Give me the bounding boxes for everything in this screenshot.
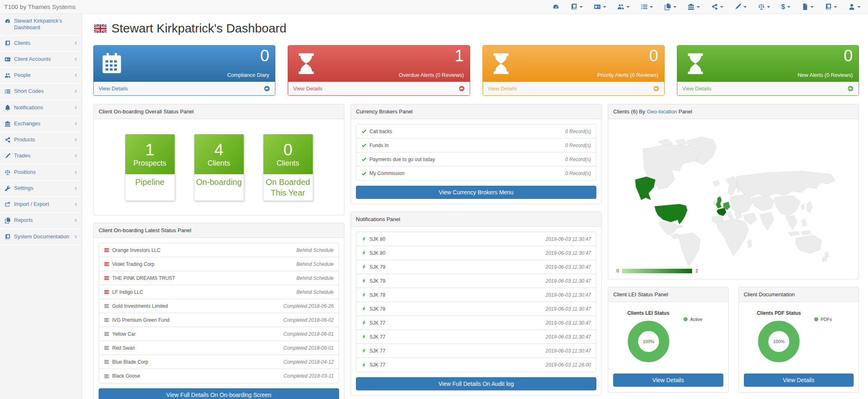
list-item: Red Swan Completed 2018-06-01 [99,341,339,355]
notification-label: SJK 79 [369,278,386,284]
sidebar-item-import-export[interactable]: Import / Export [0,197,82,213]
chevron-left-icon [74,233,78,240]
card-label: New Alerts (0 Reviews) [798,72,853,78]
caret-down-icon [787,6,790,8]
view-details-link[interactable]: View Details [94,82,275,95]
nav-products-nodes-icon[interactable] [711,3,723,10]
page-title: Stewart Kirkpatrick's Dashboard [94,21,859,35]
client-name: THE PINK DREAMS TRUST [112,275,175,281]
notification-timestamp: 2019-06-03 11:30:47 [545,320,591,326]
list-item: Payments due to go out today 0 Record(s) [356,152,596,166]
panel-header: Clients (6) By Geo-location Panel [608,104,859,119]
app-brand[interactable]: T100 by Thames Systems [4,3,76,10]
client-name: Violet Trading Corp. [112,261,156,267]
view-details-link[interactable]: View Details [483,82,664,95]
sidebar-item-label: Settings [14,185,33,191]
notifications-panel: Notifications Panel SJK 80 2019-06 [351,212,602,396]
nav-reports-copy-icon[interactable] [664,3,676,10]
chevron-left-icon [74,120,78,127]
view-details-link[interactable]: View Details [677,82,859,95]
status-text: Behind Schedule [296,247,334,253]
caret-down-icon [650,6,653,8]
nav-documentation-book-icon[interactable] [825,3,837,10]
documentation-view-details-button[interactable]: View Details [744,374,854,387]
notification-label: SJK 80 [369,236,386,242]
nav-user-profile-icon[interactable] [848,3,861,10]
status-text: Completed 2018-04-12 [283,359,334,365]
nav-short-codes-list-icon[interactable] [641,3,653,10]
sidebar-item-client-accounts[interactable]: Client Accounts [0,52,82,68]
sidebar-item-positions[interactable]: Positions [0,165,82,181]
view-audit-log-button[interactable]: View Full Details On Audit log [356,377,596,390]
panel-column-3: Clients (6) By Geo-location Panel [608,104,859,399]
sidebar-item-dashboard[interactable]: Stewart Kirkpatrick's Dashboard [0,14,82,36]
lei-donut-chart[interactable]: 100% [623,316,674,367]
chevron-left-icon [74,201,78,208]
tile-top: 0 Clients [263,134,313,174]
legend-min: 0 [616,268,619,273]
tasks-icon [104,247,109,253]
nav-positions-scale-icon[interactable] [758,3,770,10]
notifications-list: SJK 80 2019-06-03 11:30:47 SJK 80 [356,232,596,372]
lei-view-details-button[interactable]: View Details [613,374,723,387]
nav-clients-book-icon[interactable] [570,3,583,10]
sidebar-item-short-codes[interactable]: Short Codes [0,84,82,100]
compliance-diary-card: 0 Compliance Diary View Details [93,45,275,96]
nav-trades-pen-icon[interactable] [734,3,747,10]
card-body: 0 Priority Alerts (0 Reviews) [483,46,664,82]
list-item: Yellow Car Completed 2018-06-01 [99,327,339,341]
sidebar-item-products[interactable]: Products [0,132,82,148]
map-country-alaska[interactable] [635,177,656,200]
nav-currency-dollar-icon[interactable]: $ [781,3,790,10]
list-item: Black Goose Completed 2018-03-11 [99,369,339,383]
notification-label: SJK 77 [369,362,386,368]
sidebar-item-exchanges[interactable]: Exchanges [0,116,82,132]
card-value: 1 [455,46,464,65]
card-body: 1 Overdue Alerts (0 Reviews) [288,46,469,82]
map-legend: 0 2 [616,268,698,273]
sidebar-item-trades[interactable]: Trades [0,148,82,164]
tile-value: 4 [194,141,244,158]
export-icon [5,201,11,208]
donut-center-label: 100% [643,339,654,344]
nav-dashboard-gauge-icon[interactable] [552,3,559,10]
nav-people-users-icon[interactable] [617,3,630,10]
map-country-france[interactable] [716,208,726,216]
hourglass-icon [684,52,707,75]
map-country-united-states[interactable] [654,204,688,224]
sidebar-item-reports[interactable]: Reports [0,213,82,229]
notification-label: SJK 78 [369,306,386,312]
world-map[interactable] [612,122,855,267]
notification-timestamp: 2019-06-03 11:30:47 [545,292,591,298]
notification-label: SJK 79 [369,264,386,270]
chevron-left-icon [74,72,78,79]
tile-caption: On-boarding [194,174,244,198]
check-icon [361,157,367,162]
geo-location-link[interactable]: Geo-location [647,108,677,115]
view-onboarding-screen-button[interactable]: View Full Details On On-boarding Screen [99,388,339,399]
chevron-left-icon [74,169,78,176]
sidebar-item-clients[interactable]: Clients [0,36,82,52]
view-details-link[interactable]: View Details [288,82,469,95]
nav-exchanges-bank-icon[interactable] [688,3,700,10]
client-name: Blue Blade Corp [112,359,148,365]
caret-down-icon [626,6,630,8]
client-name: Yellow Car [112,331,136,337]
sidebar-item-people[interactable]: People [0,68,82,84]
sidebar-item-notifications[interactable]: Notifications [0,100,82,116]
currency-brokers-panel: Currency Brokers Panel Call backs [351,104,602,204]
tasks-icon [104,289,109,295]
pdf-donut-chart[interactable]: 100% [753,316,804,367]
sidebar-item-settings[interactable]: Settings [0,181,82,197]
nav-client-accounts-id-card-icon[interactable] [594,3,606,10]
world-map-body: 0 2 [608,119,859,279]
chevron-left-icon [74,136,78,143]
onboarding-tile: 1 Prospects Pipeline [125,134,175,201]
view-currency-brokers-button[interactable]: View Currency Brokers Menu [356,186,596,199]
nav-import-export-file-icon[interactable] [801,3,814,10]
sidebar-item-system-documentation[interactable]: System Documentation [0,229,82,245]
status-text: Completed 2018-06-26 [283,303,334,309]
tile-top: 1 Prospects [125,134,175,174]
tasks-icon [104,317,109,323]
sidebar-item-label: System Documentation [14,233,69,240]
